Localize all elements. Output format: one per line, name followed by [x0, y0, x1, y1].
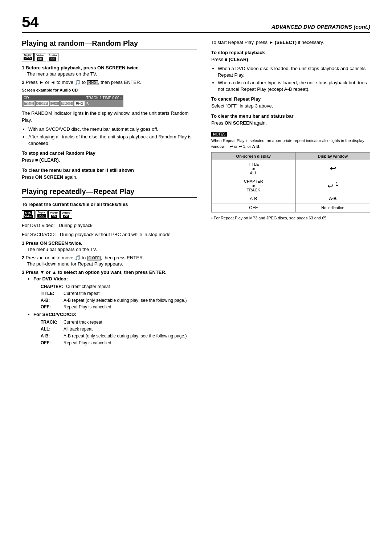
repeat-play-heading: Playing repeatedly—Repeat Play	[22, 187, 197, 198]
screen-bottom-bar: TIME C.OFF ⊙↔ PROG RNG ↖	[22, 100, 123, 107]
table-cell-window-4: No indication	[295, 203, 370, 212]
repeat-step2-note-text: The pull-down menu for Repeat Play appea…	[27, 261, 123, 267]
repeat-step2-num: 2	[22, 255, 24, 260]
col-header-window: Display window	[295, 152, 370, 160]
repeat-step3-num: 3	[22, 270, 24, 275]
prog-btn: PROG	[61, 101, 73, 106]
stop-cancel-heading: To stop and cancel Random Play	[22, 150, 197, 156]
repeat-step2-note: The pull-down menu for Repeat Play appea…	[27, 261, 197, 267]
repeat-play-badges: DVD Video Super VCD Video CD Audio CD	[22, 210, 197, 219]
repeat-options-list: For DVD Video: CHAPTER: Current chapter …	[33, 276, 197, 346]
dvd-label: For DVD Video:	[22, 223, 55, 228]
table-cell-display-3: A-B	[211, 194, 295, 203]
repeat-step1: 1 Press ON SCREEN twice. The menu bar ap…	[22, 240, 197, 252]
badge-audio-cd: Audio CD	[47, 53, 59, 61]
stop-repeat-text: Press ■ (CLEAR).	[211, 56, 370, 63]
page-header: 54 ADVANCED DVD OPERATIONS (cont.)	[22, 15, 370, 33]
dvd-title: TITLE: Current title repeat	[41, 291, 197, 297]
svcd-off: OFF: Repeat Play is cancelled.	[41, 340, 197, 346]
rng-btn-screen: RNG	[74, 101, 85, 106]
screen-example: CD TRACK 1 TIME 0:00 ▪ TIME C.OFF ⊙↔ PRO…	[22, 95, 123, 107]
table-row: TITLEorALL ↩	[211, 160, 370, 177]
svcd-options: TRACK: Current track repeat ALL: All tra…	[41, 319, 197, 346]
table-cell-display-1: TITLEorALL	[211, 160, 295, 177]
dvd-ab: A-B: A-B repeat (only selectable during …	[41, 297, 197, 304]
right-column: To start Repeat Play, press ► (SELECT) i…	[211, 39, 370, 349]
repeat-sub: To repeat the current track/file or all …	[22, 201, 197, 208]
table-header-row: On-screen display Display window	[211, 152, 370, 160]
clear-menu-heading: To clear the menu bar and status bar if …	[22, 167, 197, 173]
svcd-track: TRACK: Current track repeat	[41, 319, 197, 325]
stop-cancel-text: Press ■ (CLEAR).	[22, 157, 197, 164]
random-indicator-text: The RANDOM indicator lights in the displ…	[22, 110, 197, 124]
screen-example-label: Screen example for Audio CD	[22, 88, 197, 92]
random-step1: 1 Before starting playback, press ON SCR…	[22, 65, 197, 77]
random-play-badges: Super VCD Video CD Audio CD	[22, 53, 197, 61]
dvd-off-val: Repeat Play is cancelled	[64, 304, 111, 310]
badge-video-cd: Video CD	[34, 53, 46, 61]
stop-repeat-heading: To stop repeat playback	[211, 50, 370, 55]
screen-top-right: TRACK 1 TIME 0:00 ▪	[86, 96, 122, 100]
rng-btn: RNG	[87, 80, 98, 85]
screen-example-container: Screen example for Audio CD CD TRACK 1 T…	[22, 88, 197, 107]
screen-top-bar: CD TRACK 1 TIME 0:00 ▪	[22, 96, 123, 100]
repeat-step3-bold: Press ▼ or ▲ to select an option you wan…	[26, 270, 167, 275]
random-bullet-1: With an SVCD/VCD disc, the menu bar auto…	[28, 126, 197, 133]
table-cell-window-2: ↩ 1	[295, 177, 370, 194]
start-repeat-text: To start Repeat Play, press ► (SELECT) i…	[211, 39, 370, 46]
table-cell-display-2: CHAPTERorTRACK	[211, 177, 295, 194]
step2-num: 2	[22, 80, 24, 85]
step1-num: 1	[22, 65, 24, 70]
svcd-ab: A-B: A-B repeat (only selectable during …	[41, 333, 197, 339]
badge-super-vcd: Super VCD	[22, 53, 34, 61]
stop-bullet-1: When a DVD Video disc is loaded, the uni…	[218, 65, 370, 78]
page-number: 54	[22, 15, 39, 30]
col-header-display: On-screen display	[211, 152, 295, 160]
clear-menu-right-heading: To clear the menu bar and status bar	[211, 113, 370, 119]
badge-dvd-video: DVD Video	[22, 210, 35, 219]
dvd-timing: For DVD Video: During playback	[22, 222, 197, 229]
time-btn: TIME	[24, 101, 34, 106]
random-bullet-2: After playing all tracks of the disc, th…	[28, 134, 197, 147]
repeat-step1-text: The menu bar appears on the TV.	[27, 247, 97, 252]
coff-btn2: C.OFF	[87, 256, 101, 260]
dvd-title-val: Current title repeat	[64, 291, 99, 297]
svcd-option-item: For SVCD/VCD/CD: TRACK: Current track re…	[33, 311, 197, 346]
repeat-step1-num: 1	[22, 240, 24, 246]
random-play-heading: Playing at random—Random Play	[22, 39, 197, 49]
left-column: Playing at random—Random Play Super VCD …	[22, 39, 197, 349]
dvd-ab-val: A-B repeat (only selectable during play:…	[64, 297, 187, 304]
notes-label: NOTES	[211, 132, 227, 137]
badge-super-vcd2: Super VCD	[36, 210, 48, 219]
table-row: CHAPTERorTRACK ↩ 1	[211, 177, 370, 194]
clear-menu-right-text: Press ON SCREEN again.	[211, 120, 370, 127]
table-cell-display-4: OFF	[211, 203, 295, 212]
step1-content: The menu bar appears on the TV.	[27, 71, 197, 77]
dvd-value: During playback	[59, 223, 93, 228]
table-row: A-B A-B	[211, 194, 370, 203]
svcd-all: ALL: All track repeat	[41, 326, 197, 332]
main-content: Playing at random—Random Play Super VCD …	[22, 39, 370, 349]
repeat-step1-content: The menu bar appears on the TV.	[27, 247, 197, 252]
step1-sub: The menu bar appears on the TV.	[27, 71, 97, 77]
svcd-opt-label: For SVCD/VCD/CD:	[33, 312, 76, 317]
step1-text: Before starting playback, press ON SCREE…	[26, 65, 140, 70]
repeat-step2: 2 Press ► or ◄ to move 🎵 to C.OFF, then …	[22, 255, 197, 267]
table-cell-window-3: A-B	[295, 194, 370, 203]
cursor-indicator: ↖	[86, 101, 90, 106]
screen-top-left: CD	[24, 96, 29, 100]
coff-btn: C.OFF	[36, 101, 49, 106]
svcd-ab-val: A-B repeat (only selectable during play:…	[64, 333, 187, 339]
repeat-step1-bold: Press ON SCREEN twice.	[26, 240, 82, 246]
repeat-btn: ⊙↔	[50, 101, 59, 106]
svcd-all-val: All track repeat	[64, 326, 93, 332]
svcd-timing: For SVCD/VCD: During playback without PB…	[22, 231, 197, 238]
table-cell-window-1: ↩	[295, 160, 370, 177]
cancel-repeat-heading: To cancel Repeat Play	[211, 96, 370, 102]
table-row: OFF No indication	[211, 203, 370, 212]
dvd-options: CHAPTER: Current chapter repeat TITLE: C…	[41, 284, 197, 310]
badge-audio-cd2: Audio CD	[60, 210, 72, 219]
repeat-table: On-screen display Display window TITLEor…	[211, 152, 370, 212]
random-step2: 2 Press ► or ◄ to move 🎵 to RNG, then pr…	[22, 80, 197, 85]
repeat-step3: 3 Press ▼ or ▲ to select an option you w…	[22, 270, 197, 346]
